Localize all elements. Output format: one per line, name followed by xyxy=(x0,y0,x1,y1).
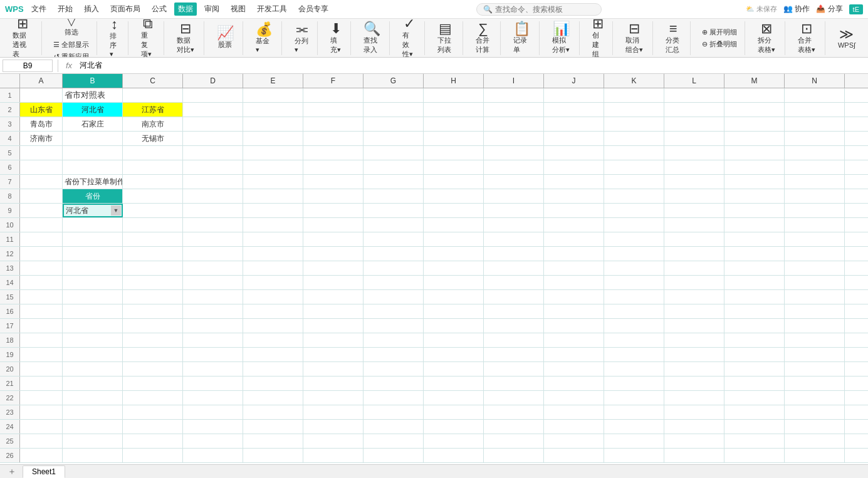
cell-g25[interactable] xyxy=(363,434,424,448)
cell-a15[interactable] xyxy=(20,290,63,304)
cell-h22[interactable] xyxy=(424,391,484,405)
subtotal-btn[interactable]: ≡ 分类汇总 xyxy=(662,20,685,56)
cell-i8[interactable] xyxy=(484,189,544,203)
cell-k5[interactable] xyxy=(604,146,664,160)
row-num-22[interactable]: 22 xyxy=(0,391,20,405)
cell-g8[interactable] xyxy=(363,189,424,203)
cell-a24[interactable] xyxy=(20,420,63,434)
cell-c12[interactable] xyxy=(123,247,183,261)
cell-d16[interactable] xyxy=(183,304,243,318)
cell-d6[interactable] xyxy=(183,160,243,174)
cell-n22[interactable] xyxy=(785,391,845,405)
cell-f7[interactable] xyxy=(303,175,363,189)
cell-i18[interactable] xyxy=(484,333,544,347)
cell-l24[interactable] xyxy=(664,420,724,434)
cell-k1[interactable] xyxy=(604,88,664,102)
cell-h8[interactable] xyxy=(424,189,484,203)
cell-k18[interactable] xyxy=(604,333,664,347)
show-all-btn[interactable]: ☰ 全部显示 xyxy=(51,39,92,50)
cell-d26[interactable] xyxy=(183,449,243,462)
cell-f3[interactable] xyxy=(303,117,363,131)
cell-c7[interactable] xyxy=(123,175,183,189)
cell-c9[interactable] xyxy=(123,204,183,217)
cell-j20[interactable] xyxy=(544,362,604,376)
cell-f24[interactable] xyxy=(303,420,363,434)
ungroup-btn[interactable]: ⊟ 取消组合▾ xyxy=(622,20,647,56)
cell-h14[interactable] xyxy=(424,276,484,289)
cell-a8[interactable] xyxy=(20,189,63,203)
cell-l19[interactable] xyxy=(664,348,724,361)
cell-g6[interactable] xyxy=(363,160,424,174)
cell-b11[interactable] xyxy=(63,232,123,246)
cell-j24[interactable] xyxy=(544,420,604,434)
dropdown-arrow-b9[interactable]: ▼ xyxy=(111,205,121,216)
cell-n7[interactable] xyxy=(785,175,845,189)
cell-d8[interactable] xyxy=(183,189,243,203)
cell-e16[interactable] xyxy=(243,304,303,318)
cell-f10[interactable] xyxy=(303,218,363,232)
row-num-15[interactable]: 15 xyxy=(0,290,20,304)
cell-j4[interactable] xyxy=(544,132,604,145)
cell-n16[interactable] xyxy=(785,304,845,318)
split-btn[interactable]: ⫘ 分列▾ xyxy=(291,21,312,56)
cell-m4[interactable] xyxy=(724,132,785,145)
cell-h2[interactable] xyxy=(424,103,484,117)
cell-h16[interactable] xyxy=(424,304,484,318)
cell-b8[interactable]: 省份 xyxy=(63,189,123,203)
cell-g1[interactable] xyxy=(363,88,424,102)
cell-h12[interactable] xyxy=(424,247,484,261)
cell-h15[interactable] xyxy=(424,290,484,304)
row-num-8[interactable]: 8 xyxy=(0,189,20,203)
cell-d12[interactable] xyxy=(183,247,243,261)
cell-i12[interactable] xyxy=(484,247,544,261)
cell-e26[interactable] xyxy=(243,449,303,462)
cell-l7[interactable] xyxy=(664,175,724,189)
cell-b14[interactable] xyxy=(63,276,123,289)
cell-c19[interactable] xyxy=(123,348,183,361)
cell-d2[interactable] xyxy=(183,103,243,117)
cell-l20[interactable] xyxy=(664,362,724,376)
cell-f23[interactable] xyxy=(303,405,363,419)
cell-m19[interactable] xyxy=(724,348,785,361)
cell-f17[interactable] xyxy=(303,319,363,333)
cell-b16[interactable] xyxy=(63,304,123,318)
cell-g20[interactable] xyxy=(363,362,424,376)
collapse-detail-btn[interactable]: ⊖ 折叠明细 xyxy=(699,39,740,49)
cell-c10[interactable] xyxy=(123,218,183,232)
simulate-btn[interactable]: 📊 模拟分析▾ xyxy=(548,20,574,56)
cell-d18[interactable] xyxy=(183,333,243,347)
cell-m10[interactable] xyxy=(724,218,785,232)
cell-k12[interactable] xyxy=(604,247,664,261)
cell-n5[interactable] xyxy=(785,146,845,160)
cell-i20[interactable] xyxy=(484,362,544,376)
cell-n13[interactable] xyxy=(785,261,845,275)
cell-c25[interactable] xyxy=(123,434,183,448)
cell-c4[interactable]: 无锡市 xyxy=(123,132,183,145)
cell-e4[interactable] xyxy=(243,132,303,145)
cell-k8[interactable] xyxy=(604,189,664,203)
cell-a13[interactable] xyxy=(20,261,63,275)
cell-k10[interactable] xyxy=(604,218,664,232)
cell-c18[interactable] xyxy=(123,333,183,347)
col-header-h[interactable]: H xyxy=(424,74,484,88)
cell-c13[interactable] xyxy=(123,261,183,275)
cell-m21[interactable] xyxy=(724,377,785,390)
cell-i17[interactable] xyxy=(484,319,544,333)
cell-j26[interactable] xyxy=(544,449,604,462)
cell-h26[interactable] xyxy=(424,449,484,462)
cell-l26[interactable] xyxy=(664,449,724,462)
cell-ref-input[interactable] xyxy=(3,60,53,72)
cell-k2[interactable] xyxy=(604,103,664,117)
cell-e24[interactable] xyxy=(243,420,303,434)
cell-l2[interactable] xyxy=(664,103,724,117)
cell-k15[interactable] xyxy=(604,290,664,304)
cell-h23[interactable] xyxy=(424,405,484,419)
cell-j11[interactable] xyxy=(544,232,604,246)
cell-e14[interactable] xyxy=(243,276,303,289)
cell-e3[interactable] xyxy=(243,117,303,131)
cell-k21[interactable] xyxy=(604,377,664,390)
cell-l6[interactable] xyxy=(664,160,724,174)
cell-f21[interactable] xyxy=(303,377,363,390)
cell-a23[interactable] xyxy=(20,405,63,419)
cell-k24[interactable] xyxy=(604,420,664,434)
